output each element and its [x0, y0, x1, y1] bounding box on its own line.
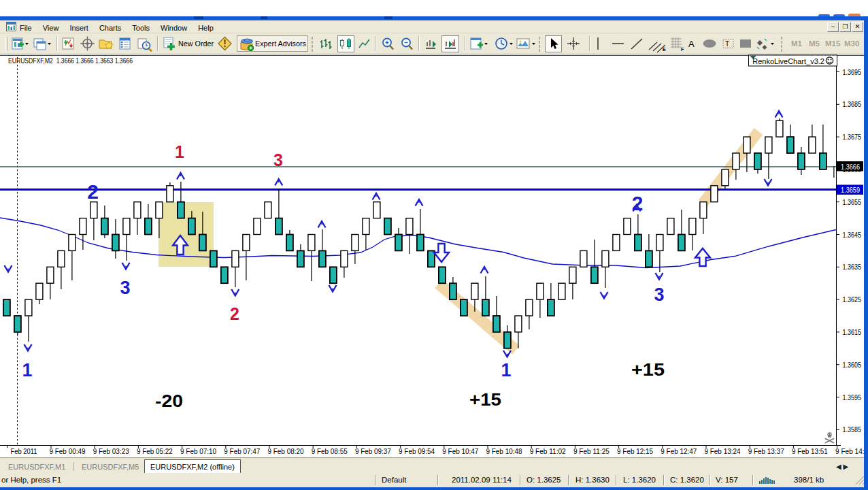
svg-text:1.3585: 1.3585: [843, 425, 862, 434]
svg-text:9 Feb 08:55: 9 Feb 08:55: [312, 447, 348, 455]
svg-text:9 Feb 09:37: 9 Feb 09:37: [355, 447, 391, 455]
svg-text:9 Feb 11:25: 9 Feb 11:25: [573, 447, 610, 455]
svg-text:9 Feb 05:22: 9 Feb 05:22: [137, 447, 173, 455]
svg-text:1.3645: 1.3645: [843, 231, 862, 239]
svg-text:3: 3: [120, 278, 130, 298]
svg-text:1: 1: [22, 360, 32, 380]
svg-text:9 Feb 13:24: 9 Feb 13:24: [705, 447, 741, 455]
svg-text:2: 2: [230, 304, 239, 323]
svg-text:1.3666: 1.3666: [841, 163, 860, 171]
svg-text:-20: -20: [155, 391, 183, 411]
svg-text:EURUSDFXF,M2 1.3666 1.3666 1.: EURUSDFXF,M2 1.3666 1.3666 1.3663 1.3666: [8, 56, 133, 65]
svg-text:9 Feb 12:15: 9 Feb 12:15: [617, 447, 653, 455]
svg-text:9 Feb 10:48: 9 Feb 10:48: [486, 447, 522, 455]
svg-text:1.3625: 1.3625: [843, 295, 862, 304]
svg-text:1.3595: 1.3595: [843, 393, 862, 402]
svg-text:1.3605: 1.3605: [843, 361, 862, 369]
svg-text:1.3685: 1.3685: [843, 100, 862, 108]
svg-text:9 Feb 09:54: 9 Feb 09:54: [399, 447, 435, 455]
svg-text:1: 1: [175, 142, 184, 161]
svg-text:3: 3: [654, 284, 664, 305]
svg-text:3: 3: [273, 150, 283, 169]
svg-text:9 Feb 07:47: 9 Feb 07:47: [224, 447, 260, 455]
svg-text:1.3655: 1.3655: [843, 198, 862, 206]
svg-text:1.3675: 1.3675: [843, 133, 862, 141]
svg-text:9 Feb 11:02: 9 Feb 11:02: [530, 447, 566, 455]
svg-text:1: 1: [501, 360, 511, 380]
svg-text:1.3695: 1.3695: [843, 68, 862, 76]
svg-text:2: 2: [632, 192, 644, 214]
svg-text:1.3659: 1.3659: [841, 186, 860, 194]
svg-text:9 Feb 03:23: 9 Feb 03:23: [93, 447, 129, 455]
svg-text:1.3635: 1.3635: [843, 263, 862, 271]
svg-text:1.3615: 1.3615: [843, 328, 862, 336]
svg-text:9 Feb 13:37: 9 Feb 13:37: [748, 447, 784, 455]
svg-text:RenkoLiveChart_v3.2: RenkoLiveChart_v3.2: [752, 57, 824, 65]
svg-text:2: 2: [87, 180, 99, 203]
svg-text:+15: +15: [469, 389, 501, 410]
svg-text:9 Feb 10:47: 9 Feb 10:47: [442, 447, 478, 455]
svg-text:9 Feb 14:0: 9 Feb 14:0: [835, 447, 868, 455]
svg-text:9 Feb 00:49: 9 Feb 00:49: [50, 447, 86, 455]
svg-text:9 Feb 13:51: 9 Feb 13:51: [792, 447, 828, 455]
svg-text:Feb 2011: Feb 2011: [11, 447, 37, 455]
svg-text:9 Feb 12:47: 9 Feb 12:47: [661, 447, 697, 455]
svg-text:9 Feb 07:10: 9 Feb 07:10: [180, 447, 216, 455]
svg-text:9 Feb 08:20: 9 Feb 08:20: [268, 447, 304, 455]
svg-text:+15: +15: [631, 359, 665, 380]
